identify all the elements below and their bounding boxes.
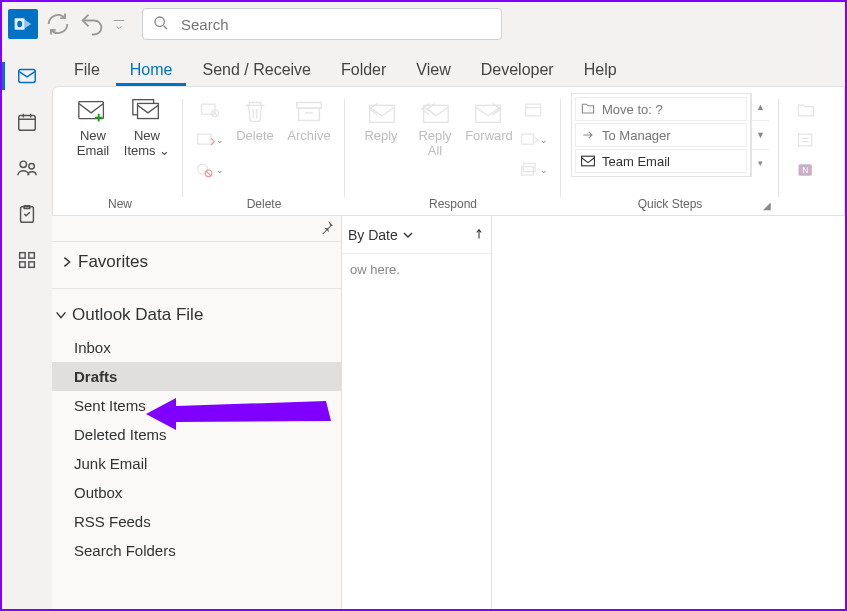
quicksteps-dialog-launcher-icon[interactable]: ◢ — [763, 200, 775, 212]
junk-button[interactable]: ⌄ — [193, 157, 227, 183]
left-rail — [2, 46, 52, 609]
more-respond-button[interactable]: ⌄ — [517, 157, 551, 183]
tab-view[interactable]: View — [402, 52, 464, 86]
quickstep-team-email-label: Team Email — [602, 154, 670, 169]
svg-rect-16 — [198, 134, 211, 144]
folder-inbox[interactable]: Inbox — [52, 333, 341, 362]
store-label: Outlook Data File — [72, 305, 203, 325]
search-icon — [153, 15, 169, 34]
group-new-label: New — [67, 197, 173, 215]
rail-more-apps[interactable] — [2, 238, 52, 282]
folder-deleted-items[interactable]: Deleted Items — [52, 420, 341, 449]
reply-all-label: Reply All — [418, 129, 451, 159]
new-email-button[interactable]: New Email — [67, 93, 119, 163]
rules-button[interactable] — [789, 127, 823, 153]
folder-search-folders[interactable]: Search Folders — [52, 536, 341, 565]
tab-home[interactable]: Home — [116, 52, 187, 86]
sort-button[interactable]: By Date — [348, 227, 414, 243]
reply-button[interactable]: Reply — [355, 93, 407, 148]
svg-rect-19 — [297, 103, 322, 109]
folder-rss-feeds[interactable]: RSS Feeds — [52, 507, 341, 536]
new-items-label: New Items — [124, 128, 160, 158]
ribbon: New Email New Items ⌄ New ⌄ — [52, 86, 845, 216]
tab-help[interactable]: Help — [570, 52, 631, 86]
quickstep-team-email[interactable]: Team Email — [575, 149, 747, 173]
svg-point-17 — [198, 164, 208, 174]
svg-rect-26 — [523, 163, 535, 171]
store-header[interactable]: Outlook Data File — [52, 303, 341, 333]
share-button[interactable]: ⌄ — [517, 127, 551, 153]
folder-outbox[interactable]: Outbox — [52, 478, 341, 507]
meeting-button[interactable] — [517, 97, 551, 123]
chevron-down-icon — [402, 229, 414, 241]
reply-label: Reply — [364, 129, 397, 144]
rail-mail[interactable] — [2, 54, 52, 98]
sync-icon[interactable] — [44, 10, 72, 38]
quickstep-move-to[interactable]: Move to: ? — [575, 97, 747, 121]
reading-pane — [492, 216, 845, 609]
scroll-up-icon[interactable]: ▲ — [752, 93, 769, 121]
scroll-down-icon[interactable]: ▼ — [752, 121, 769, 149]
folder-junk-email[interactable]: Junk Email — [52, 449, 341, 478]
rail-todo[interactable] — [2, 192, 52, 236]
pin-icon[interactable] — [319, 219, 335, 238]
svg-rect-3 — [19, 116, 36, 131]
tab-developer[interactable]: Developer — [467, 52, 568, 86]
svg-point-15 — [212, 110, 219, 117]
ribbon-tabs: File Home Send / Receive Folder View Dev… — [52, 46, 845, 86]
quickstep-to-manager[interactable]: To Manager — [575, 123, 747, 147]
tab-file[interactable]: File — [60, 52, 114, 86]
svg-rect-2 — [19, 70, 36, 83]
svg-rect-10 — [29, 262, 35, 268]
group-respond-label: Respond — [355, 197, 551, 215]
expand-gallery-icon[interactable]: ▾ — [752, 150, 769, 177]
reply-all-button[interactable]: Reply All — [409, 93, 461, 163]
svg-rect-9 — [20, 262, 26, 268]
chevron-down-icon — [54, 308, 68, 322]
tab-folder[interactable]: Folder — [327, 52, 400, 86]
archive-button[interactable]: Archive — [283, 93, 335, 148]
move-button[interactable] — [789, 97, 823, 123]
svg-rect-11 — [79, 102, 104, 119]
folder-pane: Favorites Outlook Data File Inbox Drafts… — [52, 216, 342, 609]
svg-rect-8 — [29, 253, 35, 258]
title-bar — [2, 2, 845, 46]
forward-button[interactable]: Forward — [463, 93, 515, 148]
new-email-label: New Email — [77, 129, 110, 159]
ribbon-group-quicksteps: Move to: ? To Manager Team Email — [561, 93, 779, 215]
ignore-button[interactable] — [193, 97, 227, 123]
search-input[interactable] — [179, 15, 491, 34]
message-list: By Date ow here. — [342, 216, 492, 609]
new-items-button[interactable]: New Items ⌄ — [121, 93, 173, 163]
favorites-header[interactable]: Favorites — [58, 250, 335, 280]
empty-list-text: ow here. — [342, 254, 491, 285]
chevron-right-icon — [60, 255, 74, 269]
svg-rect-29 — [799, 134, 812, 146]
svg-rect-23 — [476, 105, 501, 122]
qat-customize-icon[interactable] — [112, 10, 126, 38]
sort-direction-icon[interactable] — [473, 227, 485, 243]
rail-people[interactable] — [2, 146, 52, 190]
svg-rect-21 — [370, 105, 395, 122]
quicksteps-scroll[interactable]: ▲ ▼ ▾ — [751, 93, 769, 177]
folder-drafts[interactable]: Drafts — [52, 362, 341, 391]
folder-sent-items[interactable]: Sent Items — [52, 391, 341, 420]
delete-button[interactable]: Delete — [229, 93, 281, 148]
ribbon-group-delete: ⌄ ⌄ Delete Archive Delete — [183, 93, 345, 215]
ribbon-group-new: New Email New Items ⌄ New — [57, 93, 183, 215]
quicksteps-gallery[interactable]: Move to: ? To Manager Team Email — [571, 93, 751, 177]
rail-calendar[interactable] — [2, 100, 52, 144]
svg-rect-12 — [133, 100, 154, 115]
svg-rect-20 — [299, 108, 320, 120]
svg-rect-6 — [21, 207, 34, 223]
svg-rect-7 — [20, 253, 26, 258]
onenote-button[interactable]: N — [789, 157, 823, 183]
svg-point-1 — [155, 17, 164, 26]
forward-label: Forward — [465, 129, 513, 144]
cleanup-button[interactable]: ⌄ — [193, 127, 227, 153]
search-box[interactable] — [142, 8, 502, 40]
tab-send-receive[interactable]: Send / Receive — [188, 52, 325, 86]
svg-rect-13 — [138, 103, 159, 118]
undo-icon[interactable] — [78, 10, 106, 38]
delete-label: Delete — [236, 129, 274, 144]
